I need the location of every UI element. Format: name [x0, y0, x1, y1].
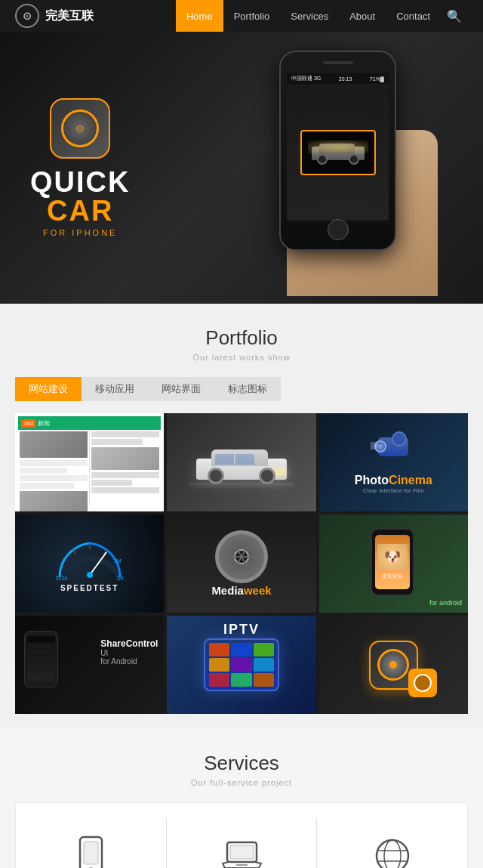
services-cards: 移动应用产品解决方案 iOS/Android/Win8 APP界面设计、视觉设计… — [15, 802, 468, 868]
nav-services[interactable]: Services — [280, 0, 339, 32]
portfolio-item-iptv[interactable]: IPTV + — [167, 616, 315, 714]
hero-section: ⊙ QUICK CAR FOR iPHONE 中国联通 3G 20:13 71%… — [0, 32, 483, 304]
portfolio-subtitle: Our latest works show — [15, 353, 468, 362]
phone-device: 中国联通 3G 20:13 71%▓ — [279, 51, 396, 251]
portfolio-item-car[interactable]: + — [167, 413, 315, 511]
portfolio-item-360[interactable]: 360 新闻 — [15, 413, 164, 511]
portfolio-item-photocinema[interactable]: PhotoCinema Clear Interface for Film + — [319, 413, 468, 511]
hero-title: QUICK CAR FOR iPHONE — [30, 168, 130, 237]
portfolio-item-mediaweek[interactable]: Mediaweek + — [167, 514, 315, 613]
hero-app-icon-inner: ⊙ — [61, 110, 99, 147]
app-icon-symbol: ⊙ — [75, 122, 85, 134]
logo-icon: ⊙ — [15, 4, 39, 28]
service-mobile: 移动应用产品解决方案 iOS/Android/Win8 APP界面设计、视觉设计… — [31, 818, 151, 868]
service-divider-1 — [166, 818, 167, 868]
phone-screen-content — [287, 84, 389, 221]
phone-status-bar: 中国联通 3G 20:13 71%▓ — [287, 73, 389, 84]
hero-phone-area: 中国联通 3G 20:13 71%▓ — [242, 39, 453, 296]
nav-contact[interactable]: Contact — [386, 0, 441, 32]
hero-title-car: CAR — [30, 196, 130, 225]
service-web: 网站及网络产品解决方案 根据用户需求、市场状况、企业盈预进行综合分析可用性的We… — [332, 818, 452, 868]
laptop-icon — [221, 839, 263, 869]
search-icon[interactable]: 🔍 — [441, 9, 468, 23]
hero-subtitle: FOR iPHONE — [30, 228, 130, 237]
portfolio-item-sharecontrol[interactable]: ShareControl UI for Android + — [15, 616, 164, 714]
service-divider-2 — [316, 818, 317, 868]
phone-icon — [74, 836, 108, 869]
services-section: Services Our full-service project 移动应用产品… — [0, 729, 483, 868]
logo: ⊙ 完美互联 — [15, 4, 176, 28]
services-title: Services — [15, 752, 468, 775]
logo-text: 完美互联 — [45, 8, 94, 24]
laptop-icon-wrap — [219, 833, 264, 868]
phone-car-display — [300, 130, 376, 175]
portfolio-tabs: 网站建设 移动应用 网站界面 标志图标 — [15, 377, 281, 401]
service-software: 应用软件解决方案 桌面生态系统平台的应用软件交互设计、视觉设计、定制开发服务 — [182, 818, 302, 868]
phone-home-button[interactable] — [328, 219, 349, 240]
portfolio-item-speedtest[interactable]: 512K 1M 3M SPEEDTEST + — [15, 514, 164, 613]
portfolio-title: Portfolio — [15, 326, 468, 350]
mobile-icon-wrap — [68, 833, 113, 868]
portfolio-item-quickcar2[interactable]: + — [319, 616, 468, 714]
tab-logo[interactable]: 标志图标 — [214, 377, 281, 401]
nav-home[interactable]: Home — [176, 0, 223, 32]
hero-title-quick: QUICK — [30, 168, 130, 196]
svg-point-11 — [377, 840, 408, 868]
svg-rect-9 — [230, 845, 254, 859]
tab-mobile[interactable]: 移动应用 — [82, 377, 148, 401]
svg-point-12 — [384, 840, 401, 868]
portfolio-item-pet[interactable]: 🐶 爱宠家园 for android + — [319, 514, 468, 613]
svg-rect-6 — [84, 842, 98, 864]
navbar: ⊙ 完美互联 Home Portfolio Services About Con… — [0, 0, 483, 32]
globe-icon — [374, 837, 411, 868]
services-subtitle: Our full-service project — [15, 778, 468, 787]
tab-websites[interactable]: 网站建设 — [15, 377, 82, 401]
hero-app-icon: ⊙ — [50, 98, 110, 159]
phone-screen: 中国联通 3G 20:13 71%▓ — [287, 73, 389, 221]
phone-speaker — [323, 61, 353, 64]
hero-app-info: ⊙ QUICK CAR FOR iPHONE — [30, 98, 130, 237]
globe-icon-wrap — [370, 833, 415, 868]
portfolio-section: Portfolio Our latest works show 网站建设 移动应… — [0, 304, 483, 729]
nav-portfolio[interactable]: Portfolio — [223, 0, 281, 32]
phone-car-shape — [308, 137, 368, 168]
portfolio-grid: 360 新闻 — [15, 413, 468, 714]
nav-links: Home Portfolio Services About Contact 🔍 — [176, 0, 468, 32]
nav-about[interactable]: About — [339, 0, 386, 32]
tab-web-ui[interactable]: 网站界面 — [148, 377, 214, 401]
